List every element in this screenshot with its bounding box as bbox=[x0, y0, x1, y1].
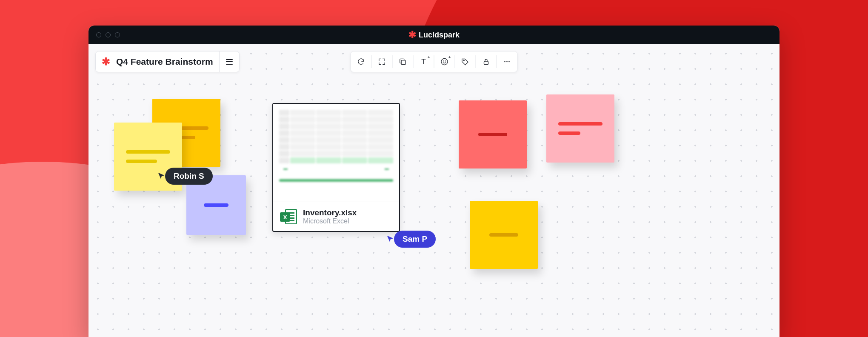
svg-point-4 bbox=[463, 60, 464, 61]
traffic-zoom-icon[interactable] bbox=[115, 32, 120, 37]
copy-icon bbox=[399, 57, 407, 66]
svg-point-6 bbox=[504, 61, 505, 63]
embedded-file-type: Microsoft Excel bbox=[303, 217, 357, 225]
emoji-icon bbox=[440, 57, 449, 66]
sticky-text-line bbox=[126, 160, 157, 163]
copy-button[interactable] bbox=[393, 51, 413, 72]
collaborator-cursor-robin: Robin S bbox=[157, 168, 213, 185]
text-icon bbox=[420, 57, 428, 66]
traffic-minimize-icon[interactable] bbox=[106, 32, 111, 37]
collaborator-name-label: Robin S bbox=[165, 168, 213, 185]
excel-icon: X bbox=[280, 208, 297, 225]
embedded-file-footer: X Inventory.xlsx Microsoft Excel bbox=[273, 202, 399, 231]
tag-button[interactable] bbox=[455, 51, 476, 72]
expand-icon bbox=[378, 57, 386, 66]
plus-icon: + bbox=[448, 55, 451, 60]
plus-icon: + bbox=[428, 55, 430, 60]
sticky-text-line bbox=[204, 203, 229, 207]
sticky-note[interactable] bbox=[459, 100, 527, 168]
sticky-text-line bbox=[478, 133, 507, 136]
object-toolbar: + + bbox=[351, 51, 518, 72]
expand-button[interactable] bbox=[372, 51, 392, 72]
text-button[interactable]: + bbox=[414, 51, 434, 72]
embedded-file-name: Inventory.xlsx bbox=[303, 208, 357, 217]
canvas[interactable]: ✱ Q4 Feature Brainstorm + bbox=[89, 44, 779, 337]
sticky-text-line bbox=[126, 150, 170, 154]
window-titlebar: ✱ Lucidspark bbox=[89, 26, 779, 44]
spreadsheet-preview: ▬▬ bbox=[279, 110, 393, 197]
lock-button[interactable] bbox=[476, 51, 497, 72]
refresh-button[interactable] bbox=[351, 51, 371, 72]
sticky-text-line bbox=[489, 233, 518, 237]
refresh-icon bbox=[357, 57, 365, 66]
embedded-file-card[interactable]: ▬▬ X Inventory.xlsx Microsoft Excel bbox=[272, 103, 400, 232]
sticky-text-line bbox=[558, 122, 602, 126]
document-title-bar: ✱ Q4 Feature Brainstorm bbox=[95, 51, 240, 72]
hamburger-icon bbox=[226, 59, 233, 65]
svg-rect-0 bbox=[401, 60, 405, 65]
traffic-close-icon[interactable] bbox=[96, 32, 101, 37]
collaborator-cursor-sam: Sam P bbox=[385, 231, 436, 248]
svg-point-7 bbox=[506, 61, 508, 63]
lucidspark-logo-icon: ✱ bbox=[408, 30, 416, 40]
collaborator-name-label: Sam P bbox=[394, 231, 436, 248]
document-title[interactable]: Q4 Feature Brainstorm bbox=[116, 51, 220, 72]
svg-point-1 bbox=[441, 59, 448, 65]
svg-point-8 bbox=[508, 61, 510, 63]
document-menu-button[interactable] bbox=[220, 51, 239, 72]
app-window: ✱ Lucidspark ✱ Q4 Feature Brainstorm bbox=[89, 26, 779, 337]
svg-point-3 bbox=[445, 61, 446, 61]
cursor-icon bbox=[157, 171, 166, 181]
embedded-file-preview: ▬▬ bbox=[273, 104, 399, 202]
more-icon bbox=[503, 57, 511, 66]
svg-rect-5 bbox=[484, 61, 488, 64]
traffic-lights[interactable] bbox=[96, 32, 120, 37]
app-name-label: Lucidspark bbox=[419, 31, 460, 40]
svg-point-2 bbox=[443, 61, 444, 61]
lucidspark-logo-icon: ✱ bbox=[96, 56, 116, 68]
tag-icon bbox=[461, 57, 470, 66]
cursor-icon bbox=[385, 234, 395, 244]
titlebar-app-name: ✱ Lucidspark bbox=[408, 30, 460, 40]
sticky-note[interactable] bbox=[470, 201, 538, 269]
emoji-button[interactable]: + bbox=[434, 51, 455, 72]
lock-icon bbox=[482, 57, 491, 66]
sticky-note[interactable] bbox=[546, 94, 614, 163]
more-button[interactable] bbox=[497, 51, 517, 72]
sticky-text-line bbox=[558, 131, 580, 135]
